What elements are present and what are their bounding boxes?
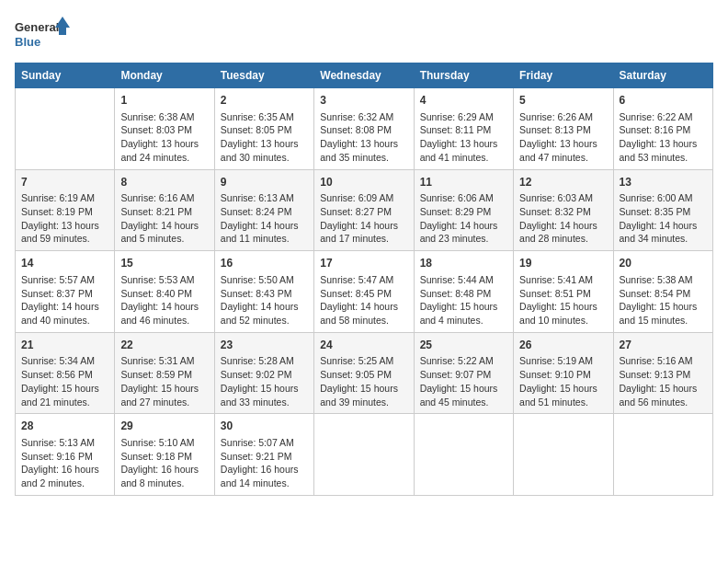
day-number: 22 xyxy=(120,338,208,353)
day-info: Sunrise: 5:31 AMSunset: 8:59 PMDaylight:… xyxy=(120,354,208,408)
weekday-header-row: SundayMondayTuesdayWednesdayThursdayFrid… xyxy=(16,63,713,88)
day-info: Sunrise: 5:07 AMSunset: 9:21 PMDaylight:… xyxy=(221,436,308,490)
calendar-cell xyxy=(514,414,613,496)
calendar-cell: 26Sunrise: 5:19 AMSunset: 9:10 PMDayligh… xyxy=(514,332,613,414)
calendar-cell: 20Sunrise: 5:38 AMSunset: 8:54 PMDayligh… xyxy=(613,251,712,333)
day-info: Sunrise: 5:57 AMSunset: 8:37 PMDaylight:… xyxy=(21,273,108,327)
calendar-cell: 13Sunrise: 6:00 AMSunset: 8:35 PMDayligh… xyxy=(613,169,712,251)
calendar-cell: 23Sunrise: 5:28 AMSunset: 9:02 PMDayligh… xyxy=(214,332,313,414)
day-info: Sunrise: 5:50 AMSunset: 8:43 PMDaylight:… xyxy=(221,273,308,327)
day-info: Sunrise: 6:26 AMSunset: 8:13 PMDaylight:… xyxy=(519,110,607,165)
day-info: Sunrise: 6:35 AMSunset: 8:05 PMDaylight:… xyxy=(221,110,308,165)
day-info: Sunrise: 5:53 AMSunset: 8:40 PMDaylight:… xyxy=(120,273,208,327)
calendar-cell: 16Sunrise: 5:50 AMSunset: 8:43 PMDayligh… xyxy=(214,251,313,333)
day-info: Sunrise: 6:16 AMSunset: 8:21 PMDaylight:… xyxy=(120,191,208,246)
page-header: General Blue xyxy=(15,15,713,52)
day-info: Sunrise: 5:22 AMSunset: 9:07 PMDaylight:… xyxy=(420,354,507,408)
day-info: Sunrise: 6:13 AMSunset: 8:24 PMDaylight:… xyxy=(221,191,308,246)
calendar-cell: 29Sunrise: 5:10 AMSunset: 9:18 PMDayligh… xyxy=(115,414,214,496)
day-info: Sunrise: 5:38 AMSunset: 8:54 PMDaylight:… xyxy=(620,273,707,327)
day-number: 1 xyxy=(120,93,208,109)
logo-svg: General Blue xyxy=(15,15,70,52)
day-number: 30 xyxy=(221,419,308,434)
day-info: Sunrise: 5:19 AMSunset: 9:10 PMDaylight:… xyxy=(519,354,607,408)
day-info: Sunrise: 5:28 AMSunset: 9:02 PMDaylight:… xyxy=(221,354,308,408)
day-info: Sunrise: 5:44 AMSunset: 8:48 PMDaylight:… xyxy=(420,273,507,327)
day-number: 29 xyxy=(120,419,208,434)
calendar-cell: 17Sunrise: 5:47 AMSunset: 8:45 PMDayligh… xyxy=(314,251,414,333)
day-number: 15 xyxy=(120,256,208,271)
day-number: 4 xyxy=(420,93,507,109)
day-info: Sunrise: 5:47 AMSunset: 8:45 PMDaylight:… xyxy=(320,273,407,327)
calendar-week-row: 1Sunrise: 6:38 AMSunset: 8:03 PMDaylight… xyxy=(16,88,713,170)
weekday-header-tuesday: Tuesday xyxy=(214,63,313,88)
weekday-header-wednesday: Wednesday xyxy=(314,63,414,88)
calendar-cell: 22Sunrise: 5:31 AMSunset: 8:59 PMDayligh… xyxy=(115,332,214,414)
day-number: 11 xyxy=(420,175,507,190)
calendar-cell xyxy=(613,414,712,496)
day-number: 14 xyxy=(21,256,108,271)
calendar-cell: 18Sunrise: 5:44 AMSunset: 8:48 PMDayligh… xyxy=(414,251,513,333)
day-info: Sunrise: 6:19 AMSunset: 8:19 PMDaylight:… xyxy=(21,191,108,246)
day-number: 18 xyxy=(420,256,507,271)
calendar-week-row: 14Sunrise: 5:57 AMSunset: 8:37 PMDayligh… xyxy=(16,251,713,333)
calendar-cell: 3Sunrise: 6:32 AMSunset: 8:08 PMDaylight… xyxy=(314,88,414,170)
calendar-cell xyxy=(314,414,414,496)
calendar-cell: 4Sunrise: 6:29 AMSunset: 8:11 PMDaylight… xyxy=(414,88,513,170)
calendar-cell: 28Sunrise: 5:13 AMSunset: 9:16 PMDayligh… xyxy=(16,414,115,496)
day-number: 9 xyxy=(221,175,308,190)
day-info: Sunrise: 5:34 AMSunset: 8:56 PMDaylight:… xyxy=(21,354,108,408)
calendar-cell: 14Sunrise: 5:57 AMSunset: 8:37 PMDayligh… xyxy=(16,251,115,333)
day-info: Sunrise: 5:16 AMSunset: 9:13 PMDaylight:… xyxy=(620,354,707,408)
calendar-cell: 27Sunrise: 5:16 AMSunset: 9:13 PMDayligh… xyxy=(613,332,712,414)
day-number: 7 xyxy=(21,175,108,190)
day-number: 16 xyxy=(221,256,308,271)
day-info: Sunrise: 5:25 AMSunset: 9:05 PMDaylight:… xyxy=(320,354,407,408)
calendar-cell: 6Sunrise: 6:22 AMSunset: 8:16 PMDaylight… xyxy=(613,88,712,170)
day-number: 27 xyxy=(620,338,707,353)
day-info: Sunrise: 5:41 AMSunset: 8:51 PMDaylight:… xyxy=(519,273,607,327)
day-info: Sunrise: 6:00 AMSunset: 8:35 PMDaylight:… xyxy=(620,191,707,246)
calendar-table: SundayMondayTuesdayWednesdayThursdayFrid… xyxy=(15,63,713,496)
weekday-header-friday: Friday xyxy=(514,63,613,88)
day-number: 19 xyxy=(519,256,607,271)
day-number: 2 xyxy=(221,93,308,109)
calendar-cell xyxy=(414,414,513,496)
calendar-cell: 30Sunrise: 5:07 AMSunset: 9:21 PMDayligh… xyxy=(214,414,313,496)
calendar-cell: 7Sunrise: 6:19 AMSunset: 8:19 PMDaylight… xyxy=(16,169,115,251)
day-number: 24 xyxy=(320,338,407,353)
svg-text:Blue: Blue xyxy=(15,35,40,49)
day-number: 20 xyxy=(620,256,707,271)
calendar-cell xyxy=(16,88,115,170)
weekday-header-sunday: Sunday xyxy=(16,63,115,88)
calendar-week-row: 21Sunrise: 5:34 AMSunset: 8:56 PMDayligh… xyxy=(16,332,713,414)
day-number: 28 xyxy=(21,419,108,434)
weekday-header-saturday: Saturday xyxy=(613,63,712,88)
day-number: 21 xyxy=(21,338,108,353)
calendar-cell: 19Sunrise: 5:41 AMSunset: 8:51 PMDayligh… xyxy=(514,251,613,333)
calendar-week-row: 7Sunrise: 6:19 AMSunset: 8:19 PMDaylight… xyxy=(16,169,713,251)
day-info: Sunrise: 6:22 AMSunset: 8:16 PMDaylight:… xyxy=(620,110,707,165)
calendar-cell: 2Sunrise: 6:35 AMSunset: 8:05 PMDaylight… xyxy=(214,88,313,170)
logo: General Blue xyxy=(15,15,70,52)
calendar-cell: 24Sunrise: 5:25 AMSunset: 9:05 PMDayligh… xyxy=(314,332,414,414)
weekday-header-monday: Monday xyxy=(115,63,214,88)
calendar-cell: 5Sunrise: 6:26 AMSunset: 8:13 PMDaylight… xyxy=(514,88,613,170)
day-number: 10 xyxy=(320,175,407,190)
calendar-cell: 21Sunrise: 5:34 AMSunset: 8:56 PMDayligh… xyxy=(16,332,115,414)
calendar-cell: 15Sunrise: 5:53 AMSunset: 8:40 PMDayligh… xyxy=(115,251,214,333)
calendar-cell: 25Sunrise: 5:22 AMSunset: 9:07 PMDayligh… xyxy=(414,332,513,414)
day-number: 17 xyxy=(320,256,407,271)
weekday-header-thursday: Thursday xyxy=(414,63,513,88)
calendar-cell: 9Sunrise: 6:13 AMSunset: 8:24 PMDaylight… xyxy=(214,169,313,251)
calendar-cell: 12Sunrise: 6:03 AMSunset: 8:32 PMDayligh… xyxy=(514,169,613,251)
day-number: 8 xyxy=(120,175,208,190)
calendar-cell: 1Sunrise: 6:38 AMSunset: 8:03 PMDaylight… xyxy=(115,88,214,170)
calendar-cell: 8Sunrise: 6:16 AMSunset: 8:21 PMDaylight… xyxy=(115,169,214,251)
day-info: Sunrise: 6:06 AMSunset: 8:29 PMDaylight:… xyxy=(420,191,507,246)
day-number: 13 xyxy=(620,175,707,190)
day-number: 25 xyxy=(420,338,507,353)
day-number: 26 xyxy=(519,338,607,353)
day-info: Sunrise: 5:10 AMSunset: 9:18 PMDaylight:… xyxy=(120,436,208,490)
day-info: Sunrise: 5:13 AMSunset: 9:16 PMDaylight:… xyxy=(21,436,108,490)
